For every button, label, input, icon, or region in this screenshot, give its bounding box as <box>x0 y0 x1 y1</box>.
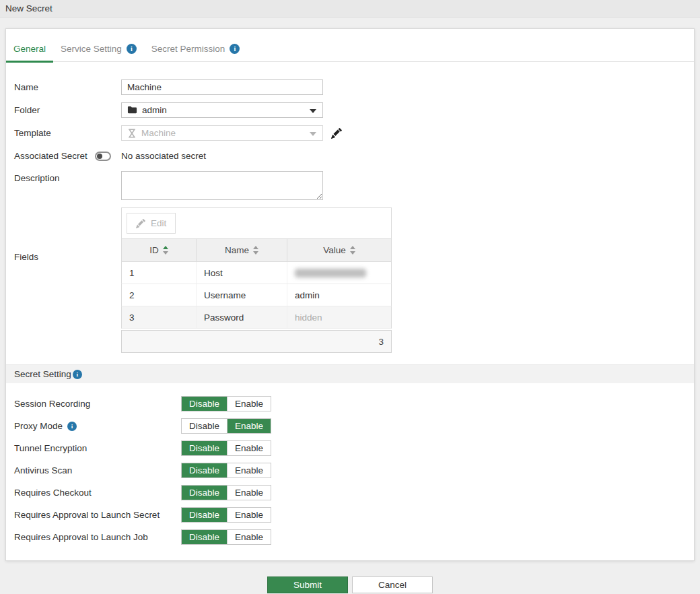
secret-setting-title: Secret Setting <box>14 369 71 379</box>
associated-secret-label: Associated Secret <box>14 151 88 161</box>
new-secret-form-card: General Service Setting Secret Permissio… <box>5 28 695 561</box>
tab-general-label: General <box>13 44 46 54</box>
info-icon <box>127 44 137 54</box>
fields-toolbar: Edit <box>121 207 392 239</box>
window-title-bar: New Secret <box>0 0 700 18</box>
edit-template-button[interactable] <box>331 128 342 139</box>
table-row[interactable]: 2 Username admin <box>121 284 392 306</box>
proxy-mode-disable-button[interactable]: Disable <box>182 419 227 433</box>
requires-checkout-row: Requires Checkout Disable Enable <box>14 485 694 500</box>
table-row[interactable]: 3 Password hidden <box>121 306 392 329</box>
cancel-button[interactable]: Cancel <box>352 576 433 593</box>
column-header-value[interactable]: Value <box>287 239 391 261</box>
associated-secret-toggle[interactable] <box>95 152 111 161</box>
proxy-mode-row: Proxy Mode Disable Enable <box>14 418 694 434</box>
name-input[interactable] <box>121 79 323 95</box>
pencil-icon <box>136 219 145 228</box>
chevron-down-icon <box>310 109 316 113</box>
chevron-down-icon <box>310 132 316 136</box>
description-label: Description <box>14 173 60 183</box>
associated-secret-row: Associated Secret No associated secret <box>14 148 694 164</box>
session-recording-disable-button[interactable]: Disable <box>182 397 227 411</box>
column-header-name[interactable]: Name <box>197 239 287 261</box>
sort-icon <box>350 246 355 255</box>
secret-setting-rows: Session Recording Disable Enable Proxy M… <box>6 383 694 545</box>
template-label: Template <box>14 128 51 138</box>
requires-checkout-enable-button[interactable]: Enable <box>227 486 271 500</box>
tunnel-encryption-toggle: Disable Enable <box>181 440 271 456</box>
sort-icon <box>253 246 258 255</box>
antivirus-scan-toggle: Disable Enable <box>181 463 271 478</box>
proxy-mode-toggle: Disable Enable <box>181 418 271 434</box>
folder-icon <box>127 105 137 115</box>
tunnel-encryption-enable-button[interactable]: Enable <box>227 441 271 455</box>
description-row: Description <box>14 171 694 200</box>
antivirus-scan-disable-button[interactable]: Disable <box>182 463 227 477</box>
secret-setting-section-header: Secret Setting <box>6 364 694 383</box>
requires-approval-launch-secret-enable-button[interactable]: Enable <box>227 508 271 522</box>
tab-service-setting-label: Service Setting <box>61 44 122 54</box>
name-label: Name <box>14 82 38 92</box>
session-recording-row: Session Recording Disable Enable <box>14 396 694 411</box>
info-icon <box>73 370 82 379</box>
sort-icon <box>163 246 168 255</box>
edit-field-label: Edit <box>151 218 166 228</box>
requires-approval-launch-job-enable-button[interactable]: Enable <box>227 530 271 544</box>
tab-bar: General Service Setting Secret Permissio… <box>6 29 694 62</box>
template-select: Machine <box>121 125 323 141</box>
requires-checkout-toggle: Disable Enable <box>181 485 271 500</box>
requires-approval-launch-job-disable-button[interactable]: Disable <box>182 530 227 544</box>
fields-table: Edit ID Name Value <box>121 207 392 353</box>
table-row[interactable]: 1 Host <box>121 262 392 284</box>
fields-row: Fields Edit ID Name <box>14 207 694 353</box>
form-actions: Submit Cancel <box>0 576 700 593</box>
info-icon <box>67 422 77 431</box>
folder-label: Folder <box>14 105 40 115</box>
redacted-value <box>295 269 366 277</box>
tab-secret-permission[interactable]: Secret Permission <box>144 38 248 63</box>
fields-label: Fields <box>14 252 38 262</box>
column-header-id[interactable]: ID <box>122 239 197 261</box>
toggle-knob <box>97 154 102 159</box>
folder-row: Folder admin <box>14 102 694 118</box>
antivirus-scan-enable-button[interactable]: Enable <box>227 463 271 477</box>
tab-secret-permission-label: Secret Permission <box>151 44 225 54</box>
page-title: New Secret <box>5 3 53 13</box>
folder-value: admin <box>142 105 167 115</box>
antivirus-scan-row: Antivirus Scan Disable Enable <box>14 463 694 478</box>
tunnel-encryption-row: Tunnel Encryption Disable Enable <box>14 440 694 456</box>
template-hourglass-icon <box>127 129 137 138</box>
associated-secret-status: No associated secret <box>121 151 206 161</box>
requires-approval-launch-secret-row: Requires Approval to Launch Secret Disab… <box>14 507 694 523</box>
proxy-mode-enable-button[interactable]: Enable <box>227 419 271 433</box>
requires-approval-launch-job-toggle: Disable Enable <box>181 529 271 545</box>
requires-checkout-disable-button[interactable]: Disable <box>182 486 227 500</box>
fields-table-footer: 3 <box>121 330 392 353</box>
requires-approval-launch-job-row: Requires Approval to Launch Job Disable … <box>14 529 694 545</box>
row-count: 3 <box>378 337 384 347</box>
description-textarea[interactable] <box>121 171 323 200</box>
session-recording-enable-button[interactable]: Enable <box>227 397 271 411</box>
edit-field-button[interactable]: Edit <box>127 213 176 234</box>
requires-approval-launch-secret-toggle: Disable Enable <box>181 507 271 523</box>
tab-general[interactable]: General <box>6 38 53 63</box>
requires-approval-launch-secret-disable-button[interactable]: Disable <box>182 508 227 522</box>
template-value: Machine <box>141 128 176 138</box>
fields-table-header: ID Name Value <box>121 239 392 262</box>
general-form: Name Folder admin Template Mach <box>6 62 694 353</box>
tab-service-setting[interactable]: Service Setting <box>53 38 144 63</box>
name-row: Name <box>14 79 694 95</box>
session-recording-toggle: Disable Enable <box>181 396 271 411</box>
folder-select[interactable]: admin <box>121 102 323 118</box>
tunnel-encryption-disable-button[interactable]: Disable <box>182 441 227 455</box>
submit-button[interactable]: Submit <box>267 576 348 593</box>
info-icon <box>230 44 240 54</box>
template-row: Template Machine <box>14 125 694 141</box>
